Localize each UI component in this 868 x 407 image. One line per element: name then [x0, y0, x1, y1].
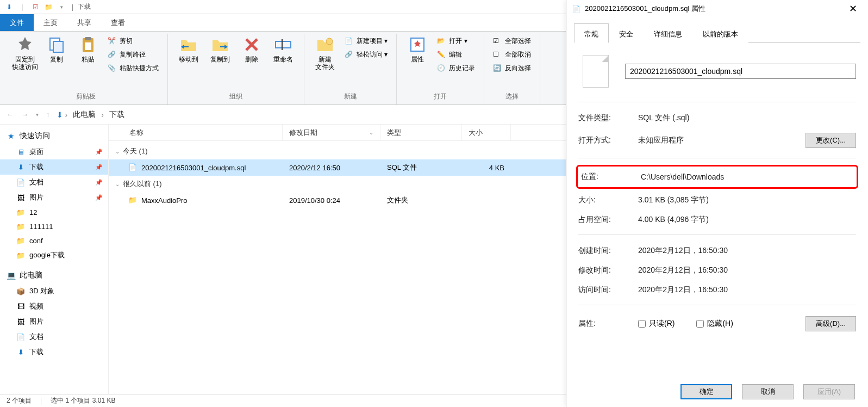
dlg-tab-prev[interactable]: 以前的版本 — [692, 23, 748, 43]
dropdown-icon[interactable]: ▾ — [57, 2, 66, 12]
copyto-button[interactable]: 复制到 — [205, 34, 235, 65]
filetype-label: 文件类型: — [578, 113, 638, 123]
col-header-type[interactable]: 类型 — [380, 125, 462, 140]
rename-button[interactable]: 重命名 — [268, 34, 298, 65]
file-date: 2019/10/30 0:24 — [283, 196, 380, 205]
new-group-label: 新建 — [344, 90, 357, 104]
tab-file[interactable]: 文件 — [0, 14, 34, 31]
readonly-checkbox[interactable]: 只读(R) — [638, 319, 675, 329]
sidebar-item-downloads[interactable]: ⬇下载📌 — [0, 159, 108, 175]
sidebar-item-videos[interactable]: 🎞视频 — [0, 299, 108, 314]
col-header-size[interactable]: 大小 — [462, 125, 511, 140]
file-name: 2020021216503001_cloudpm.sql — [141, 164, 246, 172]
doc-icon: 📄 — [16, 332, 25, 341]
folder-icon: 📁 — [16, 236, 25, 245]
properties-dialog: 📄 2020021216503001_cloudpm.sql 属性 ✕ 常规 安… — [566, 0, 868, 407]
sidebar-quick-header[interactable]: ★ 快速访问 — [0, 128, 108, 144]
cut-button[interactable]: ✂️ 剪切 — [104, 35, 162, 47]
video-icon: 🎞 — [16, 302, 25, 311]
cancel-button[interactable]: 取消 — [742, 384, 794, 399]
sidebar-item-google[interactable]: 📁google下载 — [0, 248, 108, 263]
path-icon: 🔗 — [108, 51, 116, 59]
col-header-name[interactable]: 名称 — [109, 125, 283, 140]
svg-rect-4 — [85, 42, 91, 50]
filename-input[interactable] — [625, 64, 856, 79]
delete-button[interactable]: 删除 — [236, 34, 267, 65]
up-button[interactable]: ↑ — [44, 108, 52, 121]
back-button[interactable]: ← — [4, 108, 16, 121]
moveto-button[interactable]: 移动到 — [173, 34, 204, 65]
dialog-footer: 确定 取消 应用(A) — [566, 377, 868, 407]
selectnone-button[interactable]: ☐ 全部取消 — [490, 48, 534, 61]
tab-share[interactable]: 共享 — [67, 14, 101, 31]
location-value: C:\Users\dell\Downloads — [641, 172, 853, 181]
invert-icon: 🔄 — [493, 64, 502, 73]
down-arrow-icon[interactable]: ⬇ — [4, 2, 14, 12]
dlg-tab-details[interactable]: 详细信息 — [644, 23, 692, 43]
file-date: 2020/2/12 16:50 — [283, 164, 380, 172]
change-button[interactable]: 更改(C)... — [805, 133, 856, 148]
selectall-button[interactable]: ☑ 全部选择 — [490, 35, 534, 47]
pin-button[interactable]: 固定到 快速访问 — [10, 34, 40, 73]
divider-icon: | — [17, 2, 27, 12]
crumb-thispc[interactable]: 此电脑 — [70, 109, 99, 121]
folder-small-icon[interactable]: 📁 — [43, 2, 53, 12]
chevron-down-icon: ⌄ — [115, 181, 120, 187]
location-highlight: 位置: C:\Users\dell\Downloads — [576, 165, 858, 189]
sidebar-item-3d[interactable]: 📦3D 对象 — [0, 283, 108, 299]
properties-button[interactable]: 属性 — [402, 34, 433, 65]
ribbon-group-organize: 移动到 复制到 删除 重命名 组织 — [168, 34, 304, 104]
checkbox-icon[interactable]: ☑ — [30, 2, 40, 12]
crumb-downloads[interactable]: 下载 — [106, 109, 128, 121]
invert-button[interactable]: 🔄 反向选择 — [490, 62, 534, 75]
folder-icon: 📁 — [128, 196, 137, 205]
sidebar-item-pictures2[interactable]: 🖼图片 — [0, 314, 108, 329]
apply-button[interactable]: 应用(A) — [803, 384, 855, 399]
newfolder-button[interactable]: 新建 文件夹 — [310, 34, 340, 73]
sidebar-item-pictures[interactable]: 🖼图片📌 — [0, 190, 108, 205]
ok-button[interactable]: 确定 — [680, 384, 732, 399]
breadcrumb[interactable]: ⬇ › 此电脑 › 下载 — [57, 109, 128, 121]
open-button[interactable]: 📂 打开 ▾ — [434, 35, 478, 47]
hidden-checkbox[interactable]: 隐藏(H) — [696, 319, 733, 329]
size-label: 大小: — [578, 195, 638, 205]
tab-home[interactable]: 主页 — [34, 14, 67, 31]
dialog-title: 2020021216503001_cloudpm.sql 属性 — [585, 4, 705, 14]
sidebar-item-documents2[interactable]: 📄文档 — [0, 329, 108, 344]
tab-view[interactable]: 查看 — [101, 14, 135, 31]
sidebar-item-documents[interactable]: 📄文档📌 — [0, 175, 108, 190]
copy-button[interactable]: 复制 — [41, 34, 72, 65]
sidebar-item-conf[interactable]: 📁conf — [0, 233, 108, 248]
advanced-button[interactable]: 高级(D)... — [805, 316, 856, 331]
edit-icon: ✏️ — [437, 51, 446, 59]
sidebar-item-desktop[interactable]: 🖥桌面📌 — [0, 144, 108, 159]
close-button[interactable]: ✕ — [844, 3, 863, 15]
sidebar-item-12[interactable]: 📁12 — [0, 205, 108, 219]
modified-value: 2020年2月12日，16:50:30 — [638, 266, 856, 275]
paste-button[interactable]: 粘贴 — [73, 34, 103, 65]
created-value: 2020年2月12日，16:50:30 — [638, 246, 856, 256]
copypath-button[interactable]: 🔗 复制路径 — [104, 48, 162, 61]
select-group-label: 选择 — [505, 90, 519, 104]
status-selected: 选中 1 个项目 3.01 KB — [51, 396, 115, 405]
folder-icon: 📁 — [16, 222, 25, 231]
easyaccess-icon: 🔗 — [345, 51, 353, 59]
pic-icon: 🖼 — [16, 193, 25, 202]
sidebar-item-111111[interactable]: 📁111111 — [0, 219, 108, 233]
edit-button[interactable]: ✏️ 编辑 — [434, 48, 478, 61]
history-button[interactable]: 🕘 历史记录 — [434, 62, 478, 75]
dlg-tab-security[interactable]: 安全 — [609, 23, 644, 43]
sidebar-thispc-header[interactable]: 💻 此电脑 — [0, 267, 108, 283]
forward-button[interactable]: → — [19, 108, 30, 121]
pasteshort-button[interactable]: 📎 粘贴快捷方式 — [104, 62, 162, 75]
dlg-tab-general[interactable]: 常规 — [574, 23, 609, 43]
file-size: 4 KB — [462, 164, 511, 172]
opens-value: 未知应用程序 — [638, 135, 799, 145]
newitem-button[interactable]: 📄 新建项目 ▾ — [341, 35, 391, 47]
modified-label: 修改时间: — [578, 266, 638, 275]
col-header-date[interactable]: 修改日期⌄ — [283, 125, 380, 140]
doc-icon: 📄 — [16, 178, 25, 187]
easyaccess-button[interactable]: 🔗 轻松访问 ▾ — [341, 48, 391, 61]
recent-drop[interactable]: ▾ — [34, 109, 41, 120]
sidebar-item-downloads2[interactable]: ⬇下载 — [0, 344, 108, 360]
